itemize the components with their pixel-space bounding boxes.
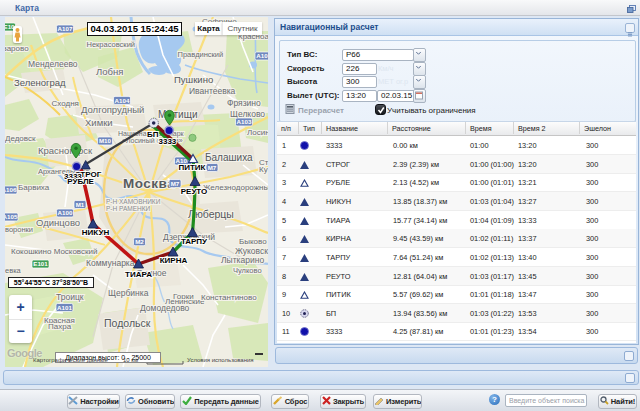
- svg-text:Коммунарка: Коммунарка: [86, 258, 135, 268]
- svg-text:3333: 3333: [159, 137, 177, 146]
- svg-text:Е101: Е101: [33, 260, 48, 267]
- svg-text:ТАРПУ: ТАРПУ: [181, 237, 208, 246]
- svg-text:А104: А104: [115, 97, 130, 104]
- svg-text:Барвиха: Барвиха: [18, 183, 50, 192]
- svg-text:А10: А10: [256, 52, 268, 59]
- svg-text:Москва: Москва: [123, 176, 175, 191]
- svg-text:НИКУН: НИКУН: [82, 228, 110, 237]
- svg-text:Троицк: Троицк: [56, 292, 84, 302]
- svg-text:А101: А101: [57, 304, 72, 311]
- svg-text:воронки: воронки: [5, 225, 33, 234]
- svg-text:БП: БП: [147, 130, 159, 139]
- svg-text:М10: М10: [99, 137, 112, 144]
- svg-text:Правдинский: Правдинский: [178, 50, 224, 59]
- svg-text:М2: М2: [135, 238, 144, 245]
- svg-text:Лобня: Лобня: [96, 66, 123, 77]
- svg-text:Мытищи: Мытищи: [158, 109, 198, 120]
- svg-text:Красногорск: Красногорск: [38, 145, 93, 156]
- svg-text:Быково: Быково: [239, 237, 267, 246]
- svg-text:Лыткарино: Лыткарино: [221, 255, 264, 265]
- svg-text:М7: М7: [208, 164, 217, 171]
- svg-text:Менделеево: Менделеево: [28, 59, 78, 69]
- svg-text:РЕУТО: РЕУТО: [181, 187, 208, 196]
- svg-text:Пахра: Пахра: [48, 322, 72, 331]
- svg-text:А107: А107: [58, 25, 73, 32]
- svg-text:А105: А105: [5, 213, 18, 220]
- svg-text:Кокошкино Московский: Кокошкино Московский: [11, 247, 97, 256]
- svg-text:А100: А100: [58, 209, 73, 216]
- svg-text:Балашиха: Балашиха: [205, 152, 253, 163]
- svg-text:КИРНА: КИРНА: [160, 256, 188, 265]
- svg-text:Некрасовский: Некрасовский: [87, 40, 136, 49]
- svg-text:М7: М7: [171, 180, 180, 187]
- svg-text:Зеленоград: Зеленоград: [14, 77, 66, 88]
- svg-text:зарово: зарово: [5, 44, 29, 53]
- svg-text:Пушкино: Пушкино: [174, 74, 213, 85]
- svg-text:М1: М1: [76, 201, 85, 208]
- svg-text:Ку: Ку: [259, 165, 268, 174]
- svg-text:Щербинка: Щербинка: [108, 288, 149, 298]
- svg-text:А103: А103: [237, 118, 252, 125]
- svg-text:ПИТИК: ПИТИК: [178, 163, 205, 172]
- svg-text:Долгопрудный: Долгопрудный: [81, 104, 144, 115]
- svg-text:Одинцово: Одинцово: [36, 217, 80, 228]
- svg-text:Химки: Химки: [85, 117, 113, 128]
- svg-text:Фрязино: Фрязино: [227, 98, 261, 108]
- svg-text:Лосин: Лосин: [247, 128, 268, 137]
- svg-text:РУБЛЕ: РУБЛЕ: [67, 177, 94, 186]
- svg-text:Р-Н ХАМОВНИКИ: Р-Н ХАМОВНИКИ: [106, 198, 161, 205]
- svg-text:Домодедово: Домодедово: [140, 303, 190, 313]
- svg-text:Константиново: Константиново: [201, 293, 257, 302]
- svg-text:Сходня: Сходня: [52, 99, 79, 108]
- svg-text:Дедовск: Дедовск: [5, 134, 36, 143]
- svg-text:А106: А106: [5, 186, 17, 193]
- svg-text:Ивантеевка: Ивантеевка: [189, 86, 236, 96]
- svg-text:Р-Н РАМЕНКИ: Р-Н РАМЕНКИ: [106, 205, 150, 212]
- svg-text:Подольск: Подольск: [104, 317, 151, 329]
- svg-text:Железнодорожный: Железнодорожный: [203, 183, 268, 192]
- svg-text:Чулково: Чулково: [233, 266, 262, 275]
- svg-text:евка: евка: [5, 266, 22, 275]
- svg-text:ТИАРА: ТИАРА: [125, 270, 152, 279]
